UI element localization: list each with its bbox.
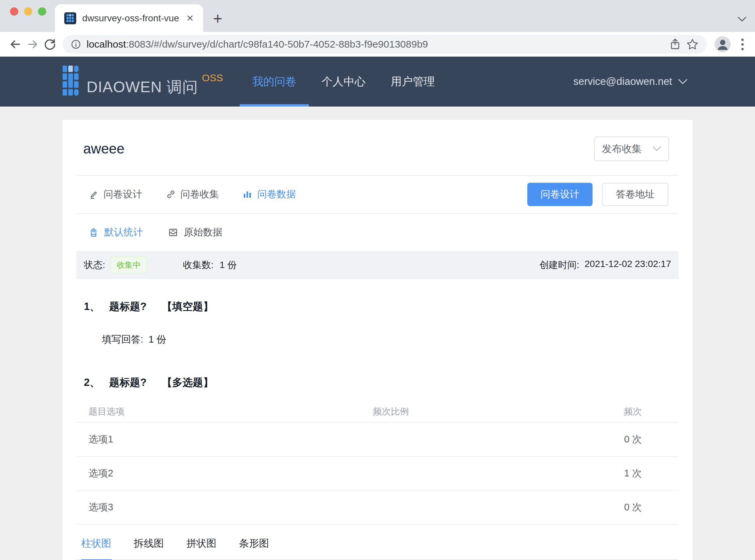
collect-count-value: 1 份 — [220, 259, 237, 271]
chart-tab-bar[interactable]: 条形图 — [239, 537, 269, 551]
main-nav: 我的问卷 个人中心 用户管理 — [240, 57, 447, 106]
chevron-down-icon — [652, 146, 661, 152]
status-label: 状态: — [84, 259, 105, 271]
question-number: 2、 — [84, 376, 100, 389]
subtab-raw-data[interactable]: 原始数据 — [168, 226, 222, 239]
question-type: 【多选题】 — [162, 376, 213, 389]
nav-item-my-surveys[interactable]: 我的问卷 — [240, 57, 309, 106]
browser-profile-avatar[interactable] — [715, 36, 731, 52]
link-icon — [165, 189, 176, 199]
question-2: 2、 题标题? 【多选题】 — [77, 376, 678, 389]
created-time-label: 创建时间: — [539, 259, 579, 271]
page-background: aweee 发布收集 问卷设计 问卷收集 问卷数据 问卷设计 答卷地址 — [0, 106, 755, 560]
tag-icon — [88, 227, 99, 237]
question-type: 【填空题】 — [162, 300, 213, 314]
table-header-row: 题目选项 频次比例 频次 — [77, 401, 678, 423]
collect-count-label: 收集数: — [183, 259, 214, 271]
percent-label: 0.00% — [380, 439, 406, 457]
maximize-window-button[interactable] — [38, 7, 46, 16]
table-row: 选项1 0.00% 0 次 — [77, 423, 678, 457]
frequency-value: 0 次 — [582, 433, 678, 446]
address-bar[interactable]: localhost:8083/#/dw/survey/d/chart/c98fa… — [63, 35, 707, 54]
survey-title: aweee — [83, 141, 124, 157]
chart-type-tabs: 柱状图 拆线图 拼状图 条形图 — [77, 537, 678, 560]
logo-oss-badge: OSS — [202, 72, 223, 84]
answer-url-button[interactable]: 答卷地址 — [602, 183, 669, 206]
question-title: 题标题? — [109, 376, 146, 389]
frequency-value: 0 次 — [582, 501, 678, 514]
answer-count: 1 份 — [148, 333, 166, 346]
percent-label: 0.00% — [380, 507, 406, 525]
option-label: 选项3 — [77, 501, 373, 514]
chart-tab-pie[interactable]: 拼状图 — [186, 537, 217, 551]
frequency-value: 1 次 — [582, 467, 678, 480]
pencil-icon — [88, 189, 99, 199]
survey-card: aweee 发布收集 问卷设计 问卷收集 问卷数据 问卷设计 答卷地址 — [63, 120, 692, 560]
table-row: 选项3 0.00% 0 次 — [77, 491, 678, 525]
column-header-frequency: 频次 — [582, 405, 678, 418]
account-email: service@diaowen.net — [573, 76, 672, 87]
tab-survey-design[interactable]: 问卷设计 — [88, 188, 142, 201]
percent-label: 100.00% — [329, 474, 366, 491]
table-row: 选项2 100.00% 1 次 — [77, 457, 678, 491]
browser-tab-strip: dwsurvey-oss-front-vue ✕ + — [0, 0, 755, 32]
question-1: 1、 题标题? 【填空题】 填写回答: 1 份 — [77, 300, 678, 346]
forward-button[interactable] — [24, 38, 41, 51]
reload-button[interactable] — [41, 38, 59, 51]
app-header: DIAOWEN 调问 OSS 我的问卷 个人中心 用户管理 service@di… — [0, 57, 755, 106]
browser-tab[interactable]: dwsurvey-oss-front-vue ✕ — [55, 4, 203, 32]
nav-item-personal-center[interactable]: 个人中心 — [309, 57, 378, 106]
status-badge: 收集中 — [110, 257, 147, 273]
browser-toolbar: localhost:8083/#/dw/survey/d/chart/c98fa… — [0, 32, 755, 57]
chevron-down-icon — [678, 79, 688, 84]
option-label: 选项1 — [77, 433, 373, 446]
logo-wordmark: DIAOWEN 调问 — [86, 77, 198, 98]
app-logo[interactable]: DIAOWEN 调问 OSS — [63, 65, 223, 98]
publish-collect-select[interactable]: 发布收集 — [594, 137, 669, 161]
question-title: 题标题? — [109, 300, 146, 314]
window-controls — [10, 7, 46, 16]
diaowen-logo-icon — [63, 65, 79, 96]
column-header-ratio: 频次比例 — [373, 405, 582, 418]
data-subtabs: 默认统计 原始数据 — [77, 214, 678, 251]
answer-label: 填写回答: — [102, 333, 143, 346]
publish-collect-value: 发布收集 — [602, 142, 642, 156]
url-text[interactable]: localhost:8083/#/dw/survey/d/chart/c98fa… — [86, 39, 428, 50]
url-path: :8083/#/dw/survey/d/chart/c98fa140-50b7-… — [126, 39, 428, 49]
account-menu[interactable]: service@diaowen.net — [573, 76, 688, 87]
survey-section-tabs: 问卷设计 问卷收集 问卷数据 问卷设计 答卷地址 — [77, 176, 678, 213]
option-frequency-table: 题目选项 频次比例 频次 选项1 0.00% 0 次 选项2 — [77, 401, 678, 525]
inbox-icon — [168, 227, 178, 237]
created-time-value: 2021-12-02 23:02:17 — [585, 259, 671, 271]
survey-design-button[interactable]: 问卷设计 — [527, 183, 593, 206]
question-number: 1、 — [84, 300, 100, 314]
status-bar: 状态: 收集中 收集数: 1 份 创建时间: 2021-12-02 23:02:… — [77, 251, 678, 279]
column-header-option: 题目选项 — [77, 405, 373, 418]
chart-tab-line[interactable]: 拆线图 — [134, 537, 164, 551]
bookmark-star-icon[interactable] — [686, 38, 699, 51]
url-host: localhost — [86, 39, 126, 49]
tab-close-icon[interactable]: ✕ — [186, 13, 194, 24]
chart-tab-column[interactable]: 柱状图 — [81, 537, 111, 551]
share-icon[interactable] — [670, 38, 681, 50]
tab-title: dwsurvey-oss-front-vue — [82, 13, 180, 24]
bar-chart-icon — [242, 189, 252, 199]
site-favicon-icon — [64, 12, 76, 24]
site-info-icon[interactable] — [70, 39, 81, 49]
tab-survey-data[interactable]: 问卷数据 — [242, 188, 296, 201]
nav-item-user-management[interactable]: 用户管理 — [378, 57, 447, 106]
browser-menu-icon[interactable] — [737, 39, 748, 50]
minimize-window-button[interactable] — [24, 7, 32, 16]
back-button[interactable] — [7, 38, 24, 51]
close-window-button[interactable] — [10, 7, 18, 16]
subtab-default-stats[interactable]: 默认统计 — [88, 226, 143, 239]
tab-search-chevron-icon[interactable] — [738, 17, 746, 22]
new-tab-button[interactable]: + — [213, 11, 222, 27]
tab-survey-collect[interactable]: 问卷收集 — [165, 188, 219, 201]
